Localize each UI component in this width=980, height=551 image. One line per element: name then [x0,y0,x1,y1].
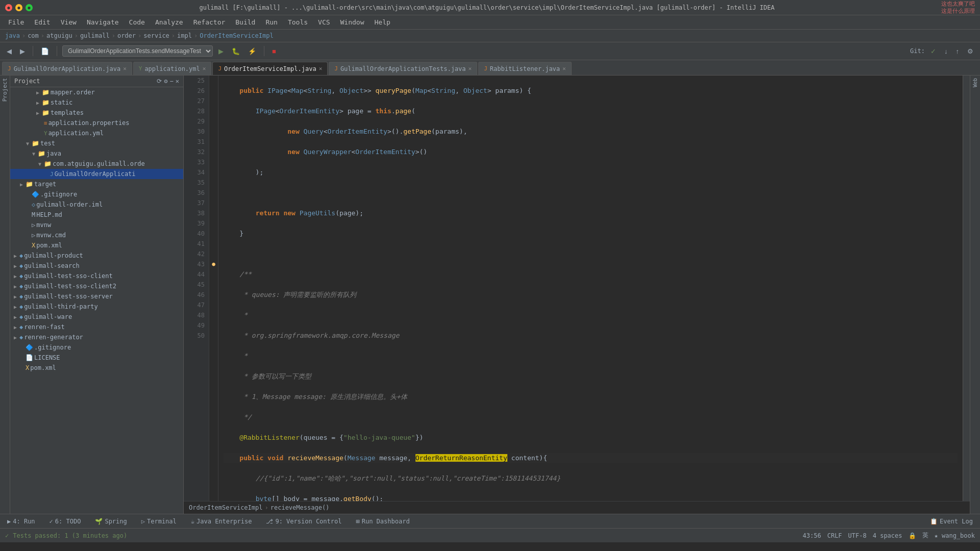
tree-item-mvnw[interactable]: ▷ mvnw [10,220,183,230]
tree-item-gulimall-third-party[interactable]: ▶ ◆ gulimall-third-party [10,302,183,312]
project-icon[interactable]: Project [2,78,8,102]
stop-button[interactable]: ■ [270,46,279,57]
tree-item-gulimall-test-sso-client[interactable]: ▶ ◆ gulimall-test-sso-client [10,271,183,281]
tab-rabbit-listener[interactable]: J RabbitListener.java ✕ [478,62,572,75]
tree-item-mvnw-cmd[interactable]: ▷ mvnw.cmd [10,230,183,240]
window-controls[interactable]: ● ● ● [5,4,33,11]
tab-terminal[interactable]: ▷ Terminal [138,517,180,526]
git-update[interactable]: ↓ [942,46,950,57]
bc-orderitemserviceimpl-label[interactable]: OrderItemServiceImpl [189,504,263,511]
menu-help[interactable]: Help [371,17,395,28]
code-editor[interactable]: 25 26 27 28 29 30 31 32 33 34 35 36 37 3… [184,76,970,501]
tree-item-gulimall-order-iml[interactable]: ◇ gulimall-order.iml [10,199,183,210]
tree-item-com-atguigu[interactable]: ▼ 📁 com.atguigu.gulimall.orde [10,159,183,169]
run-config-selector[interactable]: GulimallOrderApplicationTests.sendMessag… [62,45,213,57]
tab-close-icon[interactable]: ✕ [319,65,323,72]
menu-edit[interactable]: Edit [30,17,54,28]
close-sidebar-icon[interactable]: ✕ [176,78,179,85]
recent-files-button[interactable]: 📄 [38,46,52,57]
tree-item-java[interactable]: ▼ 📁 java [10,148,183,159]
git-status[interactable]: ★ wang_book [935,532,975,539]
collapse-icon[interactable]: − [170,78,174,85]
bc-impl[interactable]: impl [177,32,192,39]
menu-code[interactable]: Code [125,17,149,28]
bc-gulimall[interactable]: gulimall [80,32,110,39]
menu-run[interactable]: Run [261,17,281,28]
sync-icon[interactable]: ⟳ [157,78,162,85]
bc-orderitemserviceimpl[interactable]: OrderItemServiceImpl [200,32,274,39]
tree-item-help-md[interactable]: M HELP.md [10,210,183,220]
tree-item-gulimall-order-app[interactable]: J GulimallOrderApplicati [10,169,183,179]
gear-icon[interactable]: ⚙ [164,78,167,85]
bc-order[interactable]: order [117,32,136,39]
close-button[interactable]: ● [5,4,12,11]
bc-java[interactable]: java [5,32,20,39]
tree-item-license[interactable]: 📄 LICENSE [10,353,183,363]
tree-item-static[interactable]: ▶ 📁 static [10,97,183,108]
tab-event-log[interactable]: 📋 Event Log [927,517,976,526]
menu-tools[interactable]: Tools [284,17,312,28]
code-content[interactable]: public IPage<Map<String, Object>> queryP… [218,76,963,501]
tab-gulimall-order-app[interactable]: J GulimallOrderApplication.java ✕ [2,62,132,75]
tree-item-gitignore-root[interactable]: 🔷 .gitignore [10,342,183,353]
menu-vcs[interactable]: VCS [314,17,334,28]
web-icon[interactable]: Web [972,78,978,87]
menu-view[interactable]: View [57,17,81,28]
bc-recieve-message[interactable]: recieveMessage() [271,504,330,511]
run-button[interactable]: ▶ [216,46,226,57]
bc-atguigu[interactable]: atguigu [46,32,72,39]
tab-close-icon[interactable]: ✕ [123,65,127,72]
tab-close-icon[interactable]: ✕ [203,65,206,72]
tree-item-renren-generator[interactable]: ▶ ◆ renren-generator [10,332,183,342]
bc-com[interactable]: com [28,32,39,39]
breakpoint-icon[interactable]: ● [209,259,218,269]
tab-version-control[interactable]: ⎇ 9: Version Control [263,517,345,526]
line-separator[interactable]: CRLF [827,532,842,539]
tab-run[interactable]: ▶ 4: Run [4,517,38,526]
tab-close-icon[interactable]: ✕ [562,65,566,72]
minimize-button[interactable]: ● [15,4,22,11]
tab-spring[interactable]: 🌱 Spring [92,517,130,526]
back-button[interactable]: ◀ [4,46,14,57]
run-coverage-button[interactable]: ⚡ [246,46,259,57]
tree-item-app-properties[interactable]: ≡ application.properties [10,118,183,128]
tree-item-gulimall-ware[interactable]: ▶ ◆ gulimall-ware [10,312,183,322]
menu-refactor[interactable]: Refactor [189,17,230,28]
tree-item-pom-root[interactable]: X pom.xml [10,363,183,373]
tree-item-test[interactable]: ▼ 📁 test [10,138,183,148]
git-checkmark[interactable]: ✓ [928,46,939,57]
debug-button[interactable]: 🐛 [229,46,242,57]
tree-item-gulimall-test-sso-server[interactable]: ▶ ◆ gulimall-test-sso-server [10,291,183,302]
forward-button[interactable]: ▶ [17,46,28,57]
tab-todo[interactable]: ✓ 6: TODO [46,517,84,526]
tab-application-yml[interactable]: Y application.yml ✕ [133,62,212,75]
settings-button[interactable]: ⚙ [965,46,976,57]
tree-item-templates[interactable]: ▶ 📁 templates [10,108,183,118]
cursor-position[interactable]: 43:56 [803,532,821,539]
tree-item-pom-order[interactable]: X pom.xml [10,240,183,251]
bc-service[interactable]: service [143,32,169,39]
tab-gulimall-order-app-tests[interactable]: J GulimallOrderApplicationTests.java ✕ [329,62,477,75]
tab-run-dashboard[interactable]: ⊞ Run Dashboard [353,517,412,526]
tree-item-mapper-order[interactable]: ▶ 📁 mapper.order [10,87,183,97]
indent-setting[interactable]: 4 spaces [873,532,902,539]
menu-window[interactable]: Window [336,17,369,28]
tree-item-gulimall-product[interactable]: ▶ ◆ gulimall-product [10,251,183,261]
maximize-button[interactable]: ● [26,4,33,11]
tree-item-gulimall-test-sso-client2[interactable]: ▶ ◆ gulimall-test-sso-client2 [10,281,183,291]
tab-close-icon[interactable]: ✕ [469,65,472,72]
input-lang[interactable]: 英 [922,531,928,540]
tab-order-item-service-impl[interactable]: J OrderItemServiceImpl.java ✕ [212,62,328,75]
tree-item-gitignore-order[interactable]: 🔷 .gitignore [10,189,183,199]
menu-analyze[interactable]: Analyze [151,17,187,28]
menu-navigate[interactable]: Navigate [83,17,123,28]
menu-build[interactable]: Build [231,17,259,28]
tab-java-enterprise[interactable]: ☕ Java Enterprise [188,517,255,526]
menu-file[interactable]: File [4,17,28,28]
tree-item-target[interactable]: ▶ 📁 target [10,179,183,189]
tree-item-renren-fast[interactable]: ▶ ◆ renren-fast [10,322,183,332]
test-result[interactable]: Tests passed: 1 (3 minutes ago) [13,532,127,539]
encoding[interactable]: UTF-8 [848,532,867,539]
tree-item-gulimall-search[interactable]: ▶ ◆ gulimall-search [10,261,183,271]
tree-item-app-yml[interactable]: Y application.yml [10,128,183,138]
